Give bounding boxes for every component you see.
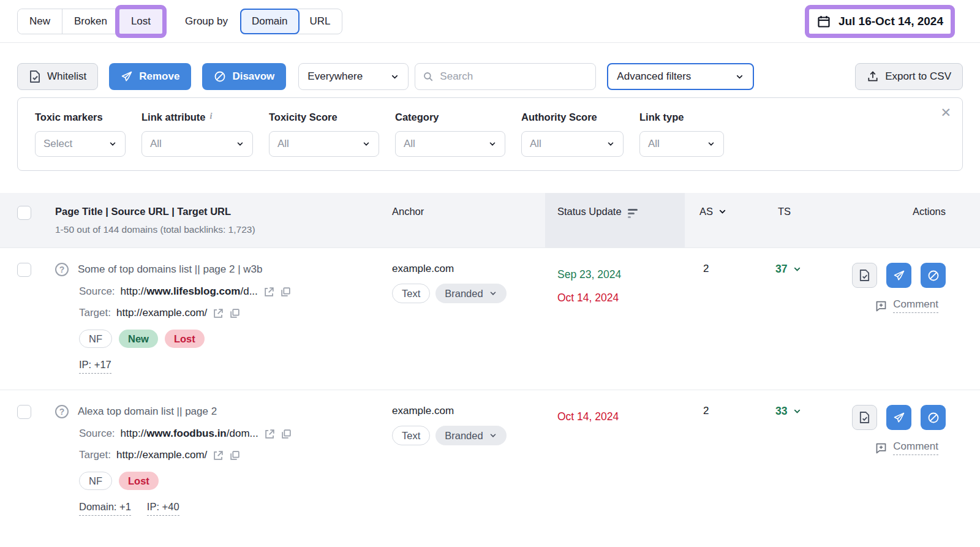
- date-range-picker[interactable]: Jul 16-Oct 14, 2024: [809, 9, 951, 34]
- advanced-filters-button[interactable]: Advanced filters: [607, 63, 754, 90]
- status-new-date: Sep 23, 2024: [557, 263, 685, 286]
- scope-value: Everywhere: [307, 70, 363, 83]
- ip-footnote[interactable]: IP: +40: [147, 501, 179, 516]
- column-ts[interactable]: TS: [760, 193, 827, 247]
- authority-score-value: 2: [685, 248, 760, 390]
- table-row: ? Alexa top domain list || page 2 Source…: [0, 390, 980, 532]
- anchor-text: example.com: [392, 263, 545, 275]
- disavow-button[interactable]: Disavow: [202, 63, 286, 90]
- category-value: All: [404, 138, 415, 150]
- anchor-branded-tag[interactable]: Branded: [435, 426, 506, 445]
- comment-link[interactable]: Comment: [875, 440, 938, 455]
- status-lost-date: Oct 14, 2024: [557, 286, 685, 309]
- search-input[interactable]: [440, 70, 588, 83]
- chevron-down-icon: [718, 207, 727, 216]
- date-range-text: Jul 16-Oct 14, 2024: [839, 15, 943, 28]
- row-remove-button[interactable]: [886, 263, 911, 288]
- row-checkbox[interactable]: [17, 405, 31, 419]
- row-whitelist-button[interactable]: [852, 263, 877, 288]
- external-link-icon[interactable]: [213, 307, 224, 319]
- question-circle-icon[interactable]: ?: [55, 405, 69, 418]
- toxicity-score-value: 33: [775, 405, 787, 418]
- comment-link[interactable]: Comment: [875, 298, 938, 313]
- results-count: 1-50 out of 144 domains (total backlinks…: [55, 224, 392, 235]
- select-all-checkbox[interactable]: [17, 206, 31, 220]
- chevron-down-icon: [606, 140, 615, 148]
- remove-button[interactable]: Remove: [109, 63, 191, 90]
- copy-icon[interactable]: [229, 307, 241, 319]
- filters-panel: ✕ Toxic markers Select Link attributei A…: [17, 97, 963, 171]
- toxicity-score-value: 37: [775, 263, 787, 276]
- close-icon[interactable]: ✕: [940, 105, 951, 120]
- group-by-domain[interactable]: Domain: [240, 9, 300, 34]
- toxicity-score-cell[interactable]: 33: [760, 405, 827, 418]
- external-link-icon[interactable]: [264, 428, 276, 440]
- chevron-down-icon: [489, 431, 497, 440]
- chevron-down-icon: [236, 140, 244, 148]
- external-link-icon[interactable]: [213, 450, 224, 461]
- copy-icon[interactable]: [281, 428, 292, 440]
- row-checkbox[interactable]: [17, 263, 31, 277]
- status-update-label: Status Update: [557, 206, 622, 217]
- comment-label: Comment: [893, 298, 938, 313]
- authority-score-select[interactable]: All: [521, 131, 624, 157]
- report-tabs: New Broken Lost: [17, 9, 163, 34]
- row-disavow-button[interactable]: [921, 405, 946, 430]
- link-attribute-select[interactable]: All: [141, 131, 253, 157]
- column-as[interactable]: AS: [685, 206, 760, 217]
- whitelist-label: Whitelist: [47, 70, 86, 83]
- category-select[interactable]: All: [395, 131, 505, 157]
- row-disavow-button[interactable]: [921, 263, 946, 288]
- ip-footnote[interactable]: IP: +17: [79, 359, 111, 374]
- top-bar: New Broken Lost Group by Domain URL Jul …: [0, 0, 980, 43]
- toxicity-score-value: All: [277, 138, 289, 150]
- scope-select[interactable]: Everywhere: [298, 63, 409, 90]
- toxic-markers-value: Select: [43, 138, 72, 150]
- anchor-text: example.com: [392, 405, 545, 417]
- link-attribute-label: Link attribute: [141, 111, 206, 123]
- target-url: http://example.com/: [116, 307, 207, 319]
- info-icon[interactable]: i: [210, 111, 213, 121]
- group-by-url[interactable]: URL: [299, 9, 342, 34]
- source-label: Source:: [79, 428, 115, 440]
- tab-new[interactable]: New: [18, 9, 62, 34]
- ban-icon: [214, 70, 226, 83]
- toxicity-score-select[interactable]: All: [269, 131, 379, 157]
- export-csv-label: Export to CSV: [885, 70, 951, 83]
- comment-icon: [875, 442, 888, 455]
- comment-icon: [875, 300, 888, 312]
- whitelist-button[interactable]: Whitelist: [17, 63, 98, 90]
- target-label: Target:: [79, 449, 111, 461]
- external-link-icon[interactable]: [263, 286, 275, 298]
- row-remove-button[interactable]: [886, 405, 911, 430]
- nofollow-badge: NF: [79, 472, 112, 490]
- authority-score-value: 2: [685, 390, 760, 532]
- tab-broken[interactable]: Broken: [62, 9, 119, 34]
- copy-icon[interactable]: [280, 286, 292, 298]
- question-circle-icon[interactable]: ?: [55, 263, 69, 276]
- column-anchor: Anchor: [392, 193, 545, 247]
- group-by-label: Group by: [185, 15, 228, 28]
- chevron-down-icon: [793, 265, 802, 274]
- domain-footnote[interactable]: Domain: +1: [79, 501, 131, 516]
- sort-icon: [628, 209, 638, 218]
- export-csv-button[interactable]: Export to CSV: [855, 63, 963, 90]
- toxicity-score-cell[interactable]: 37: [760, 263, 827, 276]
- copy-icon[interactable]: [229, 450, 241, 461]
- target-label: Target:: [79, 307, 111, 319]
- anchor-branded-tag[interactable]: Branded: [435, 284, 506, 303]
- authority-score-value: All: [530, 138, 541, 150]
- table-row: ? Some of top domains list || page 2 | w…: [0, 248, 980, 390]
- link-type-select[interactable]: All: [639, 131, 724, 157]
- search-icon: [423, 71, 434, 82]
- group-by-toggle: Domain URL: [240, 9, 342, 34]
- toxic-markers-select[interactable]: Select: [35, 131, 126, 157]
- export-icon: [867, 70, 879, 83]
- page-title: Some of top domains list || page 2 | w3b: [78, 263, 262, 276]
- tab-lost[interactable]: Lost: [119, 9, 162, 34]
- source-url: http://www.lifesblog.com/d...: [121, 285, 258, 298]
- calendar-icon: [816, 14, 831, 29]
- authority-score-label: Authority Score: [521, 111, 624, 123]
- column-status-update[interactable]: Status Update: [545, 193, 685, 247]
- row-whitelist-button[interactable]: [852, 405, 877, 430]
